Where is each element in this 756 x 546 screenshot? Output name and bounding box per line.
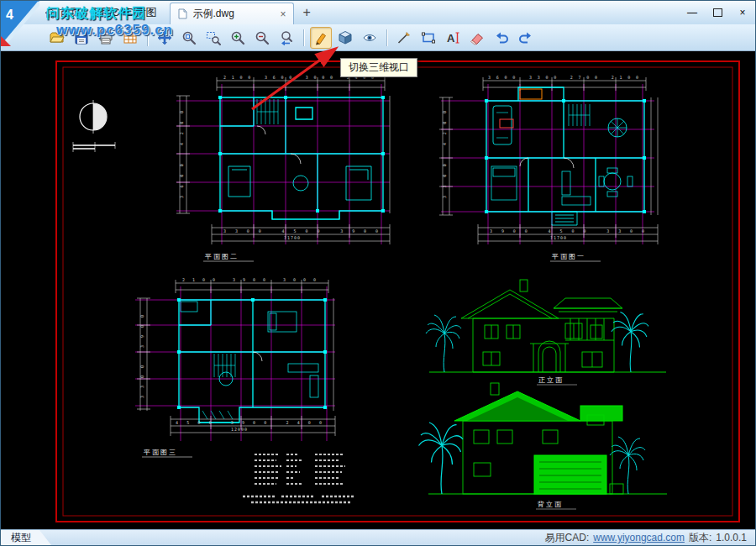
eye-icon [362,30,377,45]
svg-text:2100 3900 3000: 2100 3900 3000 [182,277,317,282]
elevation-label: 正立面 [538,376,564,384]
zoom-out-button[interactable] [251,27,273,49]
floor-plan-top-left: 2100 3600 3000 2400 3300 4500 3900 11700… [176,75,390,261]
elevation-front: 正立面 [426,280,666,385]
status-website-link[interactable]: www.yiyongcad.com [593,532,685,543]
maximize-button[interactable] [705,1,730,24]
new-tab-button[interactable]: + [302,6,310,19]
svg-text:4: 4 [6,8,13,22]
svg-text:3300 4200: 3300 4200 [442,110,447,198]
draw-text-icon: A [445,30,460,45]
floor-plan-top-right: 3600 3300 2700 2100 3900 4500 3300 11700… [439,75,658,261]
status-info: 易用CAD: www.yiyongcad.com 版本: 1.0.0.1 [545,531,755,545]
minimize-button[interactable]: — [680,1,705,24]
switch-3d-viewport-button[interactable] [334,27,356,49]
plan-label: 平面图二 [205,253,239,260]
watermark-logo: 4 [1,1,39,46]
notes-text-block [243,454,355,502]
status-version-label: 版本: [689,531,711,545]
close-button[interactable]: × [730,1,755,24]
svg-text:3600 4200: 3600 4200 [179,110,184,198]
zoom-window-button[interactable] [202,27,224,49]
zoom-window-icon [206,30,221,45]
zoom-extents-button[interactable] [178,27,200,49]
svg-text:3300 4500 3900: 3300 4500 3900 [223,228,379,234]
elevation-label: 背立面 [538,501,563,508]
draw-line-icon [396,30,412,45]
zoom-extents-icon [181,30,197,45]
drawing-canvas[interactable]: 2100 3600 3000 2400 3300 4500 3900 11700… [1,51,755,532]
plan-label: 平面图一 [552,253,585,260]
document-icon [178,8,187,19]
app-window: 首页 易用CAD看图 示例.dwg × + — × [0,0,756,546]
visual-style-button[interactable] [359,27,381,49]
svg-text:12000: 12000 [231,427,248,432]
zoom-in-button[interactable] [227,27,249,49]
status-version-value: 1.0.0.1 [716,532,747,543]
markup-pen-button[interactable] [310,27,332,49]
document-tab[interactable]: 示例.dwg × [170,3,294,24]
svg-text:11700: 11700 [550,235,567,240]
toolbar-separator [303,29,304,46]
maximize-icon [713,8,722,17]
eraser-button[interactable] [466,27,488,49]
svg-text:3900 4500 3300: 3900 4500 3300 [490,228,645,234]
tooltip: 切换三维视口 [340,58,417,77]
document-tab-label: 示例.dwg [192,7,234,21]
svg-text:4500 3900 2400: 4500 3900 2400 [176,420,323,425]
markup-pen-icon [313,30,328,45]
switch-3d-viewport-icon [338,30,353,45]
draw-text-button[interactable]: A [442,27,464,49]
zoom-in-icon [230,30,245,45]
draw-rect-icon [421,30,436,45]
watermark-text: 问东破解软件园 [46,5,146,23]
draw-line-button[interactable] [393,27,415,49]
model-space-tab[interactable]: 模型 [1,530,51,545]
floor-plan-bottom-left: 2100 3900 3000 4500 3900 2400 12000 3300… [135,277,335,457]
plan-label: 平面图三 [144,449,177,456]
window-controls: — × [680,1,755,24]
toolbar-separator [386,29,387,46]
svg-text:3300 3900: 3300 3900 [139,314,144,398]
elevation-back: 背立面 [419,383,668,509]
eraser-icon [470,30,485,45]
svg-text:A: A [447,32,455,45]
zoom-previous-icon [279,30,294,45]
draw-rect-button[interactable] [417,27,439,49]
tab-close-button[interactable]: × [280,8,286,20]
status-app-label: 易用CAD: [545,531,590,545]
undo-icon [494,30,509,45]
svg-text:3600 3300 2700 2100: 3600 3300 2700 2100 [488,75,639,80]
zoom-out-icon [255,30,270,45]
redo-button[interactable] [515,27,537,49]
svg-text:11700: 11700 [284,235,301,240]
status-bar: 模型 易用CAD: www.yiyongcad.com 版本: 1.0.0.1 [1,529,755,545]
watermark-url: www.pc6359.cn [56,22,173,39]
undo-button[interactable] [491,27,512,49]
redo-icon [518,30,533,45]
north-arrow [73,100,115,152]
zoom-previous-button[interactable] [276,27,297,49]
